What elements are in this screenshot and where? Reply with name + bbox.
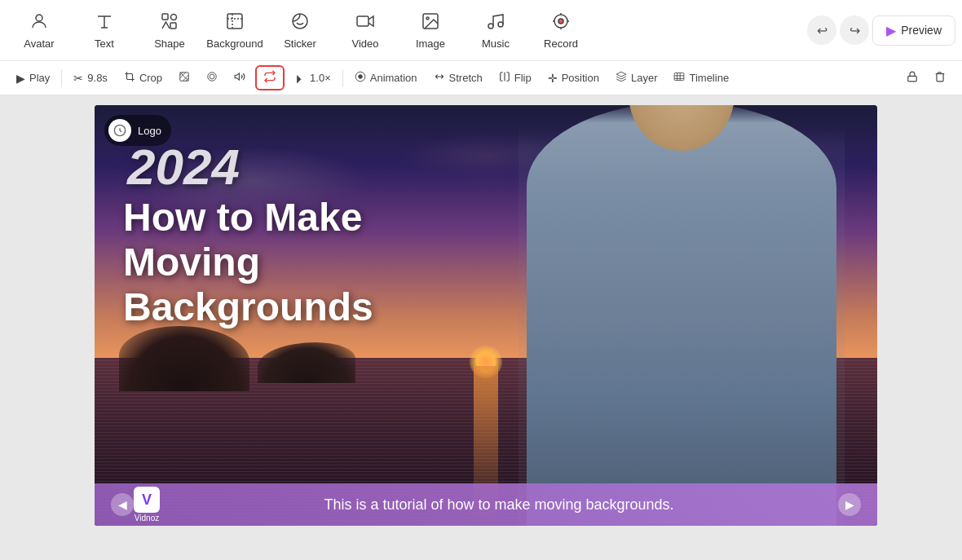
flip-icon	[499, 71, 510, 85]
sticker-label: Sticker	[284, 37, 316, 50]
avatar-icon	[29, 11, 49, 34]
svg-point-11	[558, 19, 563, 24]
flip-item[interactable]: Flip	[492, 68, 538, 88]
video-icon	[355, 11, 375, 34]
redo-button[interactable]: ↪	[840, 15, 869, 45]
toolbar-item-music[interactable]: Music	[463, 2, 528, 58]
transparency-item[interactable]	[172, 68, 196, 88]
subtitle-bar: ◀ V Vidnoz This is a tutorial of how to …	[95, 483, 877, 526]
speed-label: 1.0×	[310, 72, 331, 84]
preview-label: Preview	[901, 24, 942, 37]
sticker-icon	[290, 11, 310, 34]
cut-duration-item[interactable]: ✂ 9.8s	[67, 68, 114, 88]
toolbar-items: Avatar Text Shape	[7, 2, 807, 58]
text-label: Text	[95, 37, 114, 50]
logo-circle	[108, 119, 131, 142]
svg-point-8	[426, 17, 429, 20]
secondary-toolbar: ▶ Play ✂ 9.8s Crop	[0, 61, 962, 95]
speed-item[interactable]: ⏵ 1.0×	[288, 68, 338, 88]
divider-1	[61, 69, 62, 87]
stretch-icon	[434, 71, 445, 85]
loop-icon	[263, 70, 276, 86]
stretch-label: Stretch	[449, 72, 483, 84]
title-line2: Moving	[123, 240, 260, 284]
toolbar-item-video[interactable]: Video	[333, 2, 398, 58]
lock-icon	[907, 71, 918, 85]
vidnoz-logo: V Vidnoz	[134, 487, 160, 523]
timeline-item[interactable]: Timeline	[667, 68, 735, 88]
stretch-item[interactable]: Stretch	[427, 68, 489, 88]
mask-icon	[206, 71, 218, 85]
svg-point-10	[498, 22, 503, 27]
person-body	[527, 105, 836, 526]
image-icon	[421, 11, 440, 34]
canvas-frame: 2024 How to Make Moving Backgrounds Logo	[95, 105, 877, 526]
background-label: Background	[206, 37, 263, 50]
mask-item[interactable]	[200, 68, 224, 88]
layer-icon	[616, 71, 627, 85]
shape-icon	[160, 11, 179, 34]
position-label: Position	[562, 72, 599, 84]
transparency-icon	[179, 71, 190, 85]
svg-point-19	[208, 73, 217, 82]
play-icon: ▶	[16, 72, 25, 85]
title-text: How to Make Moving Backgrounds	[123, 195, 466, 330]
layer-item[interactable]: Layer	[609, 68, 664, 88]
svg-point-20	[210, 74, 214, 79]
timeline-label: Timeline	[689, 72, 729, 84]
svg-rect-30	[908, 76, 917, 81]
divider-2	[342, 69, 343, 87]
record-icon	[551, 11, 571, 34]
flip-label: Flip	[514, 72, 532, 84]
layer-label: Layer	[631, 72, 658, 84]
timeline-icon	[673, 71, 685, 85]
toolbar-item-background[interactable]: Background	[202, 2, 267, 58]
toolbar-item-text[interactable]: Text	[72, 2, 137, 58]
play-label: Play	[29, 72, 50, 84]
text-icon	[95, 11, 114, 34]
delete-icon	[934, 71, 946, 85]
avatar-label: Avatar	[24, 37, 54, 50]
subtitle-next-button[interactable]: ▶	[838, 493, 861, 516]
subtitle-prev-button[interactable]: ◀	[111, 493, 134, 516]
position-item[interactable]: ✛ Position	[541, 68, 606, 88]
logo-badge[interactable]: Logo	[104, 115, 171, 146]
animation-item[interactable]: Animation	[348, 68, 424, 88]
svg-rect-3	[170, 23, 176, 29]
toolbar-item-shape[interactable]: Shape	[137, 2, 202, 58]
svg-marker-21	[235, 73, 239, 80]
music-icon	[486, 11, 505, 34]
play-button[interactable]: ▶ Play	[10, 68, 56, 88]
crop-item[interactable]: Crop	[117, 68, 169, 88]
preview-icon: ▶	[886, 23, 896, 38]
svg-point-0	[36, 15, 42, 21]
toolbar-item-record[interactable]: Record	[528, 2, 594, 58]
preview-button[interactable]: ▶ Preview	[872, 15, 955, 46]
lock-item[interactable]	[900, 68, 924, 88]
volume-icon	[234, 71, 245, 85]
svg-rect-1	[162, 14, 168, 20]
shape-label: Shape	[154, 37, 185, 50]
volume-item[interactable]	[227, 68, 252, 88]
subtitle-text: This is a tutorial of how to make moving…	[160, 496, 838, 514]
vidnoz-v-box: V	[134, 487, 160, 513]
svg-rect-6	[357, 16, 368, 26]
svg-rect-4	[227, 14, 242, 29]
delete-item[interactable]	[928, 68, 952, 88]
person-head	[629, 105, 735, 151]
toolbar-item-image[interactable]: Image	[398, 2, 463, 58]
canvas-container: 2024 How to Make Moving Backgrounds Logo	[0, 95, 962, 560]
crop-icon	[124, 71, 135, 85]
duration-label: 9.8s	[87, 72, 108, 84]
title-line1: How to Make	[123, 196, 362, 239]
animation-icon	[355, 71, 366, 85]
svg-point-2	[171, 14, 177, 20]
toolbar-item-avatar[interactable]: Avatar	[7, 2, 72, 58]
crop-label: Crop	[139, 72, 162, 84]
animation-label: Animation	[370, 72, 417, 84]
toolbar-item-sticker[interactable]: Sticker	[267, 2, 333, 58]
top-toolbar: Avatar Text Shape	[0, 0, 962, 61]
undo-button[interactable]: ↩	[807, 15, 836, 45]
loop-item[interactable]	[255, 65, 285, 90]
music-label: Music	[482, 37, 510, 50]
